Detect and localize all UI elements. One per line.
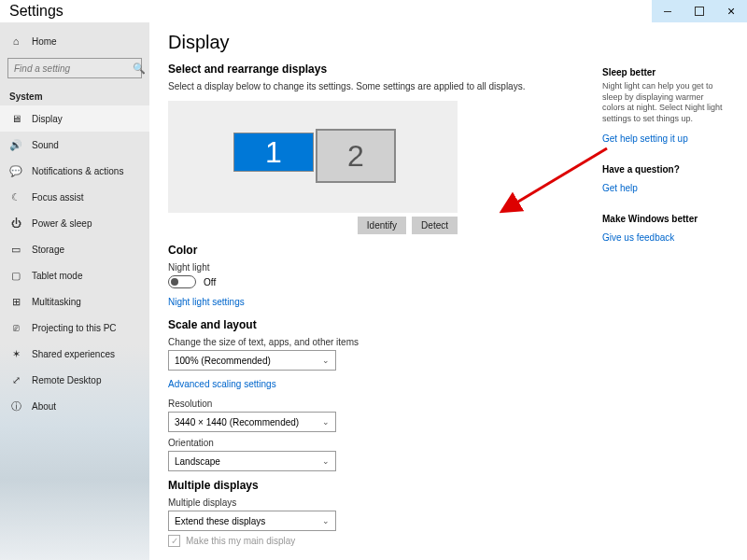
- chevron-down-icon: ⌄: [322, 516, 330, 525]
- sidebar-item-label: Sound: [32, 140, 59, 150]
- search-input[interactable]: [14, 63, 133, 74]
- projecting-icon: ⎚: [9, 321, 22, 334]
- sidebar-item-focus[interactable]: ☾Focus assist: [0, 184, 149, 210]
- feedback-link[interactable]: Give us feedback: [602, 232, 674, 243]
- home-icon: ⌂: [9, 35, 22, 48]
- storage-icon: ▭: [9, 243, 22, 256]
- sidebar: ⌂ Home 🔍 System 🖥Display 🔊Sound 💬Notific…: [0, 22, 149, 560]
- sidebar-item-display[interactable]: 🖥Display: [0, 105, 149, 132]
- window-controls: ×: [652, 0, 747, 22]
- sidebar-item-tablet[interactable]: ▢Tablet mode: [0, 262, 149, 288]
- main-display-label: Make this my main display: [186, 536, 295, 546]
- sleep-better-text: Night light can help you get to sleep by…: [602, 81, 728, 125]
- sidebar-item-shared[interactable]: ✶Shared experiences: [0, 341, 149, 367]
- sidebar-home[interactable]: ⌂ Home: [0, 28, 149, 54]
- sidebar-section-header: System: [0, 86, 149, 105]
- sound-icon: 🔊: [9, 138, 22, 151]
- feedback-title: Make Windows better: [602, 214, 728, 224]
- sidebar-item-remote[interactable]: ⤢Remote Desktop: [0, 367, 149, 393]
- sidebar-item-label: Projecting to this PC: [32, 323, 117, 333]
- multiple-displays-label: Multiple displays: [168, 497, 728, 508]
- sidebar-item-label: Power & sleep: [32, 218, 92, 229]
- svg-line-1: [514, 148, 607, 204]
- right-pane: Sleep better Night light can help you ge…: [602, 67, 728, 263]
- sidebar-item-label: Remote Desktop: [32, 375, 101, 385]
- search-icon: 🔍: [133, 63, 146, 75]
- window-title: Settings: [9, 3, 63, 20]
- resolution-dropdown[interactable]: 3440 × 1440 (Recommended) ⌄: [168, 412, 336, 432]
- sidebar-item-label: Shared experiences: [32, 349, 115, 359]
- scale-dropdown[interactable]: 100% (Recommended) ⌄: [168, 350, 336, 371]
- main-content: Display Select and rearrange displays Se…: [149, 22, 747, 560]
- question-title: Have a question?: [602, 164, 728, 175]
- display-icon: 🖥: [9, 112, 22, 125]
- orientation-value: Landscape: [175, 456, 220, 467]
- sidebar-item-label: Notifications & actions: [32, 166, 123, 176]
- sidebar-item-notifications[interactable]: 💬Notifications & actions: [0, 158, 149, 184]
- about-icon: ⓘ: [9, 399, 22, 413]
- night-light-toggle[interactable]: [168, 275, 196, 288]
- sidebar-item-label: Focus assist: [32, 192, 84, 203]
- chevron-down-icon: ⌄: [322, 456, 330, 466]
- sidebar-item-about[interactable]: ⓘAbout: [0, 393, 149, 419]
- orientation-label: Orientation: [168, 438, 728, 448]
- display-arrangement[interactable]: 1 2: [168, 101, 458, 213]
- page-title: Display: [168, 32, 728, 53]
- identify-button[interactable]: Identify: [358, 217, 406, 234]
- sidebar-item-label: Multitasking: [32, 297, 81, 307]
- scale-value: 100% (Recommended): [175, 356, 271, 366]
- scale-label: Change the size of text, apps, and other…: [168, 337, 728, 347]
- advanced-scaling-link[interactable]: Advanced scaling settings: [168, 379, 276, 389]
- monitor-1[interactable]: 1: [233, 133, 314, 172]
- orientation-dropdown[interactable]: Landscape ⌄: [168, 451, 336, 471]
- titlebar: Settings ×: [0, 0, 747, 22]
- sidebar-item-sound[interactable]: 🔊Sound: [0, 132, 149, 158]
- sleep-better-title: Sleep better: [602, 67, 728, 77]
- notifications-icon: 💬: [9, 164, 22, 177]
- detect-button[interactable]: Detect: [412, 217, 458, 234]
- sidebar-home-label: Home: [32, 36, 57, 47]
- night-light-settings-link[interactable]: Night light settings: [168, 297, 245, 307]
- sleep-better-link[interactable]: Get help setting it up: [602, 133, 688, 144]
- night-light-label: Night light: [168, 262, 728, 273]
- monitor-2[interactable]: 2: [316, 129, 396, 183]
- tablet-icon: ▢: [9, 269, 22, 282]
- focus-icon: ☾: [9, 190, 22, 203]
- scale-title: Scale and layout: [168, 318, 728, 331]
- sidebar-item-power[interactable]: ⏻Power & sleep: [0, 210, 149, 236]
- close-button[interactable]: ×: [715, 0, 747, 22]
- multitask-icon: ⊞: [9, 295, 22, 308]
- get-help-link[interactable]: Get help: [602, 183, 638, 193]
- maximize-button[interactable]: [684, 0, 715, 22]
- multiple-displays-title: Multiple displays: [168, 479, 728, 492]
- sidebar-item-label: Display: [32, 114, 63, 124]
- shared-icon: ✶: [9, 347, 22, 360]
- multiple-displays-dropdown[interactable]: Extend these displays ⌄: [168, 511, 336, 531]
- remote-icon: ⤢: [9, 373, 22, 386]
- sidebar-item-projecting[interactable]: ⎚Projecting to this PC: [0, 315, 149, 341]
- chevron-down-icon: ⌄: [322, 417, 330, 427]
- resolution-label: Resolution: [168, 399, 728, 409]
- sidebar-item-label: Tablet mode: [32, 271, 82, 281]
- sidebar-item-multitask[interactable]: ⊞Multitasking: [0, 288, 149, 315]
- chevron-down-icon: ⌄: [322, 356, 330, 365]
- sidebar-item-label: Storage: [32, 245, 64, 255]
- night-light-state: Off: [204, 277, 216, 287]
- resolution-value: 3440 × 1440 (Recommended): [175, 417, 299, 427]
- main-display-checkbox: ✓: [168, 535, 180, 547]
- power-icon: ⏻: [9, 217, 22, 230]
- search-box[interactable]: 🔍: [7, 58, 142, 78]
- annotation-arrow: [504, 144, 616, 222]
- minimize-button[interactable]: [652, 0, 684, 22]
- sidebar-item-label: About: [32, 401, 56, 412]
- sidebar-item-storage[interactable]: ▭Storage: [0, 236, 149, 262]
- multiple-displays-value: Extend these displays: [175, 516, 265, 526]
